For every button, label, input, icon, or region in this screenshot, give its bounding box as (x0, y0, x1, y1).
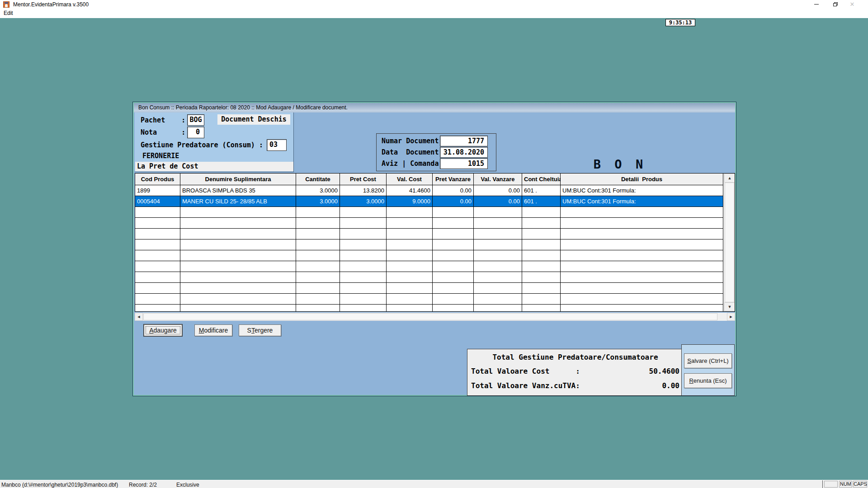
cell-empty (474, 305, 522, 312)
col-denumire: Denumire Suplimentara (180, 174, 296, 185)
stergere-button[interactable]: STergere (239, 324, 281, 336)
pachet-input[interactable]: BOG (187, 114, 204, 126)
cell-empty (135, 218, 180, 228)
status-num-indicator: NUM (839, 481, 852, 488)
cell-empty (135, 283, 180, 293)
horizontal-scroll-thumb[interactable] (143, 313, 717, 320)
total-cost-value: 50.4600 (649, 367, 679, 375)
cell-empty (387, 250, 433, 261)
cell-empty (522, 239, 561, 250)
cell-empty (135, 207, 180, 217)
cell-empty (561, 283, 723, 293)
form-panel: Pachet : BOG Document Deschis Nota : 0 G… (135, 113, 294, 172)
renunta-button[interactable]: Renunta (Esc) (684, 373, 732, 388)
items-table: Cod Produs Denumire Suplimentara Cantita… (135, 173, 735, 312)
col-cont-cheltuiala: Cont Cheltuial (522, 174, 561, 185)
cell-empty (522, 218, 561, 228)
cell-empty (296, 283, 340, 293)
cell-empty (522, 305, 561, 312)
scroll-right-icon[interactable]: ► (727, 313, 735, 321)
app-icon (3, 1, 9, 8)
menu-edit[interactable]: Edit (4, 10, 13, 16)
pachet-label: Pachet : (141, 116, 185, 124)
close-button[interactable]: ✕ (844, 0, 860, 9)
adaugare-button[interactable]: Adaugare (144, 324, 182, 336)
menu-bar: Edit (0, 9, 868, 18)
col-pret-cost: Pret Cost (340, 174, 387, 185)
cell-empty (340, 218, 387, 228)
desktop: 9:35:13 Bon Consum :: Perioada Rapoartel… (0, 18, 868, 480)
table-row-empty[interactable] (135, 218, 723, 229)
nota-label: Nota : (141, 128, 185, 136)
cell-empty (387, 261, 433, 272)
cell-empty (387, 272, 433, 282)
cell-empty (180, 272, 296, 282)
scroll-down-icon[interactable]: ▼ (724, 302, 735, 311)
cell-val-vanzare: 0.00 (474, 185, 522, 196)
totals-title: Total Gestiune Predatoare/Consumatoare (467, 353, 683, 361)
cell-detalii: UM:BUC Cont:301 Formula: (561, 185, 723, 196)
table-row[interactable]: 1899 BROASCA SIMPLA BDS 35 3.0000 13.820… (135, 185, 723, 196)
vertical-scroll-thumb[interactable] (725, 183, 734, 302)
nota-input[interactable]: 0 (187, 127, 204, 138)
cell-empty (296, 294, 340, 304)
cell-empty (340, 272, 387, 282)
table-row-empty[interactable] (135, 207, 723, 218)
table-row-empty[interactable] (135, 239, 723, 250)
minimize-button[interactable] (809, 0, 824, 9)
cell-empty (296, 229, 340, 239)
col-detalii-produs: Detalii Produs (561, 174, 723, 185)
table-row-empty[interactable] (135, 250, 723, 261)
cell-empty (433, 218, 474, 228)
table-row-empty[interactable] (135, 272, 723, 283)
cell-empty (387, 229, 433, 239)
data-document-label: Data Document: (382, 148, 443, 156)
cell-empty (135, 272, 180, 282)
table-row-empty[interactable] (135, 261, 723, 272)
table-row-empty[interactable] (135, 305, 723, 312)
table-header: Cod Produs Denumire Suplimentara Cantita… (135, 174, 723, 185)
aviz-comanda-input[interactable]: 1015 (440, 158, 488, 169)
table-row-empty[interactable] (135, 229, 723, 239)
status-file-path: Manbco (d:\#mentor\ghetur\2019p3\manbco.… (1, 482, 118, 488)
cell-empty (474, 250, 522, 261)
modificare-button[interactable]: Modificare (194, 324, 232, 336)
gestiune-label: Gestiune Predatoare (Consum) : (141, 141, 263, 149)
cell-empty (474, 218, 522, 228)
cell-empty (387, 305, 433, 312)
cell-empty (180, 283, 296, 293)
horizontal-scrollbar[interactable]: ◄ ► (135, 313, 735, 321)
cell-empty (561, 218, 723, 228)
cell-empty (387, 239, 433, 250)
cell-pret-vanzare: 0.00 (433, 196, 474, 206)
data-document-input[interactable]: 31.08.2020 (440, 147, 488, 158)
cell-empty (296, 207, 340, 217)
status-caps-indicator: CAPS (853, 481, 867, 488)
numar-document-label: Numar Document: (382, 137, 443, 145)
vertical-scrollbar[interactable]: ▲ ▼ (724, 174, 735, 311)
cell-empty (180, 305, 296, 312)
gestiune-input[interactable]: 03 (267, 139, 287, 151)
cell-detalii: UM:BUC Cont:301 Formula: (561, 196, 723, 206)
table-row-empty[interactable] (135, 283, 723, 294)
cell-empty (387, 218, 433, 228)
cell-empty (296, 218, 340, 228)
cell-empty (433, 229, 474, 239)
table-row-selected[interactable]: 0005404 MANER CU SILD 25- 28/85 ALB 3.00… (135, 196, 723, 207)
cell-denumire: BROASCA SIMPLA BDS 35 (180, 185, 296, 196)
numar-document-input[interactable]: 1777 (440, 136, 488, 146)
dialog-titlebar: Bon Consum :: Perioada Rapoartelor: 08 2… (134, 103, 735, 113)
salvare-button[interactable]: Salvare (Ctrl+L) (684, 353, 732, 368)
cell-pret-cost: 3.0000 (340, 196, 387, 206)
price-mode-label: La Pret de Cost (135, 162, 293, 171)
cell-val-vanzare: 0.00 (474, 196, 522, 206)
cell-empty (474, 283, 522, 293)
restore-button[interactable] (828, 0, 843, 9)
table-row-empty[interactable] (135, 294, 723, 305)
scroll-left-icon[interactable]: ◄ (135, 313, 143, 321)
cell-pret-vanzare: 0.00 (433, 185, 474, 196)
cell-empty (561, 305, 723, 312)
cell-cantitate: 3.0000 (296, 196, 340, 206)
scroll-up-icon[interactable]: ▲ (724, 174, 735, 183)
save-cancel-panel: Salvare (Ctrl+L) Renunta (Esc) (681, 344, 735, 396)
